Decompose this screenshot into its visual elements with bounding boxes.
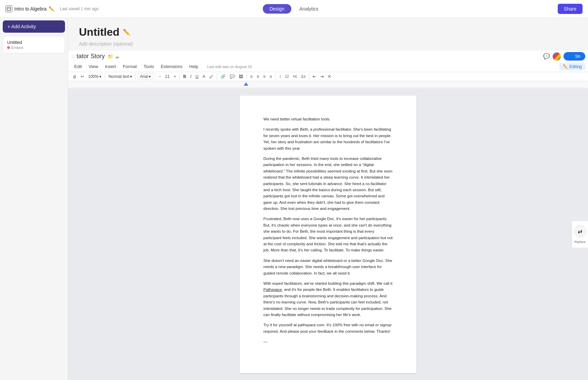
gdoc-menu-extensions[interactable]: Extensions (157, 63, 186, 70)
toolbar-print-icon[interactable]: 🖨 (71, 73, 78, 80)
page-title: Untitled (79, 26, 119, 38)
toolbar-sep-8 (309, 73, 309, 80)
toolbar-link[interactable]: 🔗 (219, 73, 227, 80)
toolbar-indent-decrease[interactable]: ⇤ (311, 73, 318, 80)
gdoc-folder-icon[interactable]: 📁 (108, 54, 113, 59)
gdoc-para-2: I recently spoke with Beth, a profession… (263, 126, 393, 151)
gdoc-menu-help[interactable]: Help (186, 63, 202, 70)
embed-type-dot (7, 46, 10, 49)
gdoc-ruler (68, 81, 588, 89)
page-header: Untitled ✏️ Add description (optional) (68, 18, 588, 51)
toolbar-style-select[interactable]: Normal text ▾ (107, 73, 134, 80)
gdoc-para-5: She doesn't need an easier digital white… (263, 258, 393, 276)
toolbar-sep-3 (155, 73, 155, 80)
page-description[interactable]: Add description (optional) (79, 41, 577, 47)
toolbar-numbered-list[interactable]: 1≡ (299, 73, 307, 80)
sidebar-item-type: Embed (7, 46, 61, 50)
page-title-edit-icon[interactable]: ✏️ (123, 29, 130, 36)
gdoc-toolbar: 🖨 ↩ 100% ▾ Normal text ▾ Arial ▾ (68, 72, 588, 81)
gdoc-para-6: With expert facilitators, we've started … (263, 280, 393, 318)
gdoc-menubar: Edit View Insert Format Tools Extensions… (68, 61, 588, 72)
tab-analytics[interactable]: Analytics (293, 4, 325, 14)
toolbar-clear-format[interactable]: ✕ (326, 73, 333, 80)
toolbar-font-size-value[interactable]: 11 (163, 73, 171, 80)
gdoc-page: We need better virtual facilitation tool… (240, 96, 416, 373)
toolbar-zoom-arrow: ▾ (99, 74, 101, 79)
gdoc-editing-btn-wrapper: ✏️ Editing (559, 63, 585, 70)
toolbar-style-value: Normal text (109, 74, 129, 79)
ruler-svg (71, 82, 585, 88)
toolbar-font-value: Arial (140, 74, 148, 79)
replace-label: Replace (574, 240, 586, 244)
gdoc-separator: — (263, 338, 393, 345)
share-button[interactable]: Share (558, 4, 583, 14)
gdoc-comments-icon[interactable]: 💬 (543, 53, 550, 60)
toolbar-text-color[interactable]: A (201, 73, 207, 80)
gdoc-editing-label: Editing (569, 64, 582, 69)
toolbar-zoom-value: 100% (88, 74, 99, 79)
gdoc-menu-format[interactable]: Format (119, 63, 140, 70)
gdoc-menu-tools[interactable]: Tools (140, 63, 157, 70)
toolbar-align-justify[interactable]: ≡ (268, 73, 274, 80)
topbar-logo: Intro to Algebra ✏️ (5, 5, 54, 12)
content-area: Untitled ✏️ Add description (optional) ☆… (68, 18, 588, 380)
ruler-marker (244, 82, 248, 86)
toolbar-line-spacing[interactable]: ↕ (277, 73, 283, 80)
gdoc-pencil-icon: ✏️ (563, 64, 568, 69)
gdoc-menu-edit[interactable]: Edit (71, 63, 85, 70)
toolbar-sep-6 (246, 73, 247, 80)
topbar-right: Share (558, 4, 583, 14)
toolbar-comment[interactable]: 💬 (228, 73, 236, 80)
gdoc-container: ☆ tator Story 📁 ☁ 💬 👤 Sh (68, 51, 588, 380)
toolbar-style-arrow: ▾ (130, 74, 132, 79)
app-logo-icon (5, 5, 12, 12)
gdoc-doc-title: tator Story (77, 53, 105, 60)
gdoc-top-icons: 💬 👤 Sh (543, 52, 585, 61)
gdoc-para-4: Frustrated, Beth now uses a Google Doc. … (263, 216, 393, 253)
gdoc-editing-button[interactable]: ✏️ Editing (559, 63, 585, 70)
gdoc-title-row: ☆ tator Story 📁 ☁ 💬 👤 Sh (68, 51, 588, 61)
gdoc-content-wrapper[interactable]: We need better virtual facilitation tool… (68, 89, 588, 380)
toolbar-font-size-decrease[interactable]: − (157, 73, 163, 80)
toolbar-undo-icon[interactable]: ↩ (79, 73, 86, 80)
toolbar-sep-7 (275, 73, 276, 80)
gdoc-google-icon (553, 52, 561, 61)
gdoc-para-1: We need better virtual facilitation tool… (263, 116, 393, 122)
toolbar-font-arrow: ▾ (149, 74, 151, 79)
sidebar: + Add Activity Untitled Embed (0, 18, 68, 380)
toolbar-image[interactable]: 🖼 (237, 73, 245, 80)
tab-design[interactable]: Design (263, 4, 291, 14)
gdoc-share-icon: 👤 (568, 54, 574, 59)
gdoc-share-button[interactable]: 👤 Sh (564, 52, 585, 61)
toolbar-zoom[interactable]: 100% ▾ (86, 73, 103, 80)
toolbar-italic[interactable]: I (189, 73, 193, 80)
gdoc-para-7: Try it for yourself at pathspace.com. It… (263, 322, 393, 334)
toolbar-checklist[interactable]: ☑ (283, 73, 291, 80)
toolbar-font-size-increase[interactable]: + (172, 73, 178, 80)
replace-button[interactable]: ⇄ (574, 225, 586, 237)
gdoc-star-icon[interactable]: ☆ (71, 54, 75, 59)
gdoc-menu-insert[interactable]: Insert (101, 63, 119, 70)
toolbar-sep-2 (135, 73, 136, 80)
toolbar-indent-increase[interactable]: ⇥ (318, 73, 325, 80)
toolbar-sep-1 (105, 73, 105, 80)
sidebar-item-type-label: Embed (11, 46, 23, 50)
toolbar-underline[interactable]: U (194, 73, 200, 80)
add-activity-button[interactable]: + Add Activity (3, 20, 65, 33)
gdoc-last-edit: Last edit was on August 19 (207, 65, 252, 69)
toolbar-align-right[interactable]: ≡ (261, 73, 267, 80)
topbar: Intro to Algebra ✏️ Last saved 1 min ago… (0, 0, 588, 18)
toolbar-bold[interactable]: B (181, 73, 188, 80)
toolbar-align-left[interactable]: ≡ (248, 73, 254, 80)
toolbar-font-select[interactable]: Arial ▾ (137, 73, 153, 80)
toolbar-align-center[interactable]: ≡ (255, 73, 261, 80)
toolbar-bullet-list[interactable]: •≡ (291, 73, 298, 80)
toolbar-highlight[interactable]: 🖊 (208, 73, 215, 80)
title-edit-icon[interactable]: ✏️ (49, 6, 54, 12)
toolbar-sep-4 (179, 73, 180, 80)
gdoc-menu-view[interactable]: View (85, 63, 101, 70)
pathspace-link[interactable]: Pathspace (263, 287, 282, 292)
gdoc-share-label: Sh (575, 54, 581, 59)
gdoc-para-3: During the pandemic, Beth tried many too… (263, 155, 393, 212)
sidebar-item-untitled[interactable]: Untitled Embed (3, 36, 65, 53)
